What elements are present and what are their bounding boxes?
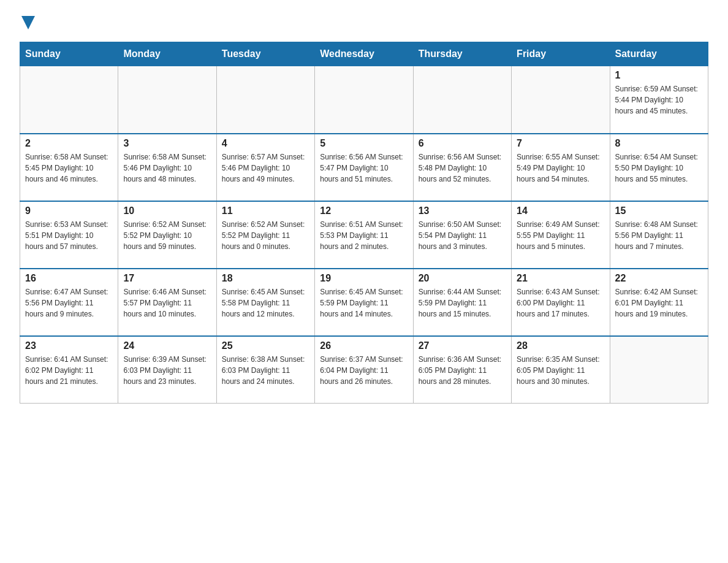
day-info: Sunrise: 6:39 AM Sunset: 6:03 PM Dayligh… bbox=[123, 354, 211, 387]
day-number: 22 bbox=[615, 273, 703, 284]
day-number: 28 bbox=[517, 340, 604, 351]
calendar-cell: 12Sunrise: 6:51 AM Sunset: 5:53 PM Dayli… bbox=[315, 201, 413, 269]
calendar-week-row: 23Sunrise: 6:41 AM Sunset: 6:02 PM Dayli… bbox=[20, 336, 708, 404]
day-number: 12 bbox=[320, 205, 408, 216]
calendar-cell: 17Sunrise: 6:46 AM Sunset: 5:57 PM Dayli… bbox=[118, 269, 216, 336]
day-number: 4 bbox=[222, 138, 309, 149]
calendar-cell bbox=[512, 66, 610, 134]
day-info: Sunrise: 6:52 AM Sunset: 5:52 PM Dayligh… bbox=[123, 219, 211, 252]
logo bbox=[20, 15, 35, 32]
day-info: Sunrise: 6:48 AM Sunset: 5:56 PM Dayligh… bbox=[615, 219, 703, 252]
calendar-cell: 19Sunrise: 6:45 AM Sunset: 5:59 PM Dayli… bbox=[315, 269, 413, 336]
calendar-cell: 13Sunrise: 6:50 AM Sunset: 5:54 PM Dayli… bbox=[413, 201, 511, 269]
calendar-cell: 7Sunrise: 6:55 AM Sunset: 5:49 PM Daylig… bbox=[512, 134, 610, 201]
day-number: 15 bbox=[615, 205, 703, 216]
day-info: Sunrise: 6:54 AM Sunset: 5:50 PM Dayligh… bbox=[615, 151, 703, 185]
day-info: Sunrise: 6:43 AM Sunset: 6:00 PM Dayligh… bbox=[517, 286, 604, 320]
day-info: Sunrise: 6:59 AM Sunset: 5:44 PM Dayligh… bbox=[615, 83, 703, 117]
day-number: 9 bbox=[25, 205, 113, 216]
calendar-cell: 9Sunrise: 6:53 AM Sunset: 5:51 PM Daylig… bbox=[20, 201, 118, 269]
calendar-header-row: SundayMondayTuesdayWednesdayThursdayFrid… bbox=[20, 42, 708, 66]
calendar-cell bbox=[315, 66, 413, 134]
day-info: Sunrise: 6:51 AM Sunset: 5:53 PM Dayligh… bbox=[320, 219, 408, 252]
day-info: Sunrise: 6:53 AM Sunset: 5:51 PM Dayligh… bbox=[25, 219, 113, 252]
day-number: 20 bbox=[419, 273, 506, 284]
day-number: 1 bbox=[615, 70, 703, 81]
day-number: 2 bbox=[25, 138, 113, 149]
day-number: 10 bbox=[123, 205, 211, 216]
column-header-monday: Monday bbox=[118, 42, 216, 66]
day-info: Sunrise: 6:49 AM Sunset: 5:55 PM Dayligh… bbox=[517, 219, 604, 252]
calendar-week-row: 9Sunrise: 6:53 AM Sunset: 5:51 PM Daylig… bbox=[20, 201, 708, 269]
column-header-saturday: Saturday bbox=[610, 42, 708, 66]
day-info: Sunrise: 6:45 AM Sunset: 5:58 PM Dayligh… bbox=[222, 286, 309, 320]
day-info: Sunrise: 6:55 AM Sunset: 5:49 PM Dayligh… bbox=[517, 151, 604, 185]
calendar-cell: 24Sunrise: 6:39 AM Sunset: 6:03 PM Dayli… bbox=[118, 336, 216, 404]
day-number: 11 bbox=[222, 205, 309, 216]
day-info: Sunrise: 6:47 AM Sunset: 5:56 PM Dayligh… bbox=[25, 286, 113, 320]
calendar-cell bbox=[118, 66, 216, 134]
logo-arrow-icon bbox=[21, 16, 35, 29]
calendar-cell: 3Sunrise: 6:58 AM Sunset: 5:46 PM Daylig… bbox=[118, 134, 216, 201]
day-info: Sunrise: 6:56 AM Sunset: 5:48 PM Dayligh… bbox=[419, 151, 506, 185]
day-info: Sunrise: 6:42 AM Sunset: 6:01 PM Dayligh… bbox=[615, 286, 703, 320]
day-info: Sunrise: 6:58 AM Sunset: 5:46 PM Dayligh… bbox=[123, 151, 211, 185]
day-info: Sunrise: 6:36 AM Sunset: 6:05 PM Dayligh… bbox=[419, 354, 506, 387]
calendar-cell: 18Sunrise: 6:45 AM Sunset: 5:58 PM Dayli… bbox=[216, 269, 314, 336]
calendar-cell: 25Sunrise: 6:38 AM Sunset: 6:03 PM Dayli… bbox=[216, 336, 314, 404]
svg-marker-0 bbox=[21, 16, 35, 29]
day-number: 19 bbox=[320, 273, 408, 284]
calendar-cell bbox=[216, 66, 314, 134]
calendar-cell: 6Sunrise: 6:56 AM Sunset: 5:48 PM Daylig… bbox=[413, 134, 511, 201]
day-number: 27 bbox=[419, 340, 506, 351]
day-info: Sunrise: 6:46 AM Sunset: 5:57 PM Dayligh… bbox=[123, 286, 211, 320]
day-number: 24 bbox=[123, 340, 211, 351]
calendar-table: SundayMondayTuesdayWednesdayThursdayFrid… bbox=[20, 42, 708, 404]
day-info: Sunrise: 6:37 AM Sunset: 6:04 PM Dayligh… bbox=[320, 354, 408, 387]
calendar-cell: 15Sunrise: 6:48 AM Sunset: 5:56 PM Dayli… bbox=[610, 201, 708, 269]
day-info: Sunrise: 6:56 AM Sunset: 5:47 PM Dayligh… bbox=[320, 151, 408, 185]
calendar-cell: 10Sunrise: 6:52 AM Sunset: 5:52 PM Dayli… bbox=[118, 201, 216, 269]
calendar-week-row: 16Sunrise: 6:47 AM Sunset: 5:56 PM Dayli… bbox=[20, 269, 708, 336]
day-info: Sunrise: 6:41 AM Sunset: 6:02 PM Dayligh… bbox=[25, 354, 113, 387]
day-number: 3 bbox=[123, 138, 211, 149]
day-number: 21 bbox=[517, 273, 604, 284]
day-number: 18 bbox=[222, 273, 309, 284]
column-header-thursday: Thursday bbox=[413, 42, 511, 66]
day-info: Sunrise: 6:50 AM Sunset: 5:54 PM Dayligh… bbox=[419, 219, 506, 252]
day-info: Sunrise: 6:52 AM Sunset: 5:52 PM Dayligh… bbox=[222, 219, 309, 252]
day-info: Sunrise: 6:45 AM Sunset: 5:59 PM Dayligh… bbox=[320, 286, 408, 320]
day-number: 23 bbox=[25, 340, 113, 351]
day-number: 13 bbox=[419, 205, 506, 216]
calendar-cell: 2Sunrise: 6:58 AM Sunset: 5:45 PM Daylig… bbox=[20, 134, 118, 201]
calendar-cell bbox=[610, 336, 708, 404]
calendar-cell: 26Sunrise: 6:37 AM Sunset: 6:04 PM Dayli… bbox=[315, 336, 413, 404]
calendar-cell bbox=[20, 66, 118, 134]
day-info: Sunrise: 6:44 AM Sunset: 5:59 PM Dayligh… bbox=[419, 286, 506, 320]
day-number: 26 bbox=[320, 340, 408, 351]
day-info: Sunrise: 6:57 AM Sunset: 5:46 PM Dayligh… bbox=[222, 151, 309, 185]
calendar-cell: 28Sunrise: 6:35 AM Sunset: 6:05 PM Dayli… bbox=[512, 336, 610, 404]
calendar-cell: 22Sunrise: 6:42 AM Sunset: 6:01 PM Dayli… bbox=[610, 269, 708, 336]
calendar-cell: 5Sunrise: 6:56 AM Sunset: 5:47 PM Daylig… bbox=[315, 134, 413, 201]
column-header-wednesday: Wednesday bbox=[315, 42, 413, 66]
column-header-friday: Friday bbox=[512, 42, 610, 66]
calendar-cell: 14Sunrise: 6:49 AM Sunset: 5:55 PM Dayli… bbox=[512, 201, 610, 269]
calendar-week-row: 2Sunrise: 6:58 AM Sunset: 5:45 PM Daylig… bbox=[20, 134, 708, 201]
calendar-cell bbox=[413, 66, 511, 134]
column-header-tuesday: Tuesday bbox=[216, 42, 314, 66]
calendar-cell: 21Sunrise: 6:43 AM Sunset: 6:00 PM Dayli… bbox=[512, 269, 610, 336]
day-number: 6 bbox=[419, 138, 506, 149]
calendar-week-row: 1Sunrise: 6:59 AM Sunset: 5:44 PM Daylig… bbox=[20, 66, 708, 134]
day-number: 8 bbox=[615, 138, 703, 149]
day-number: 5 bbox=[320, 138, 408, 149]
calendar-cell: 4Sunrise: 6:57 AM Sunset: 5:46 PM Daylig… bbox=[216, 134, 314, 201]
day-number: 7 bbox=[517, 138, 604, 149]
day-info: Sunrise: 6:35 AM Sunset: 6:05 PM Dayligh… bbox=[517, 354, 604, 387]
day-number: 16 bbox=[25, 273, 113, 284]
calendar-cell: 11Sunrise: 6:52 AM Sunset: 5:52 PM Dayli… bbox=[216, 201, 314, 269]
page-header bbox=[20, 15, 708, 32]
day-number: 17 bbox=[123, 273, 211, 284]
calendar-cell: 23Sunrise: 6:41 AM Sunset: 6:02 PM Dayli… bbox=[20, 336, 118, 404]
calendar-cell: 16Sunrise: 6:47 AM Sunset: 5:56 PM Dayli… bbox=[20, 269, 118, 336]
